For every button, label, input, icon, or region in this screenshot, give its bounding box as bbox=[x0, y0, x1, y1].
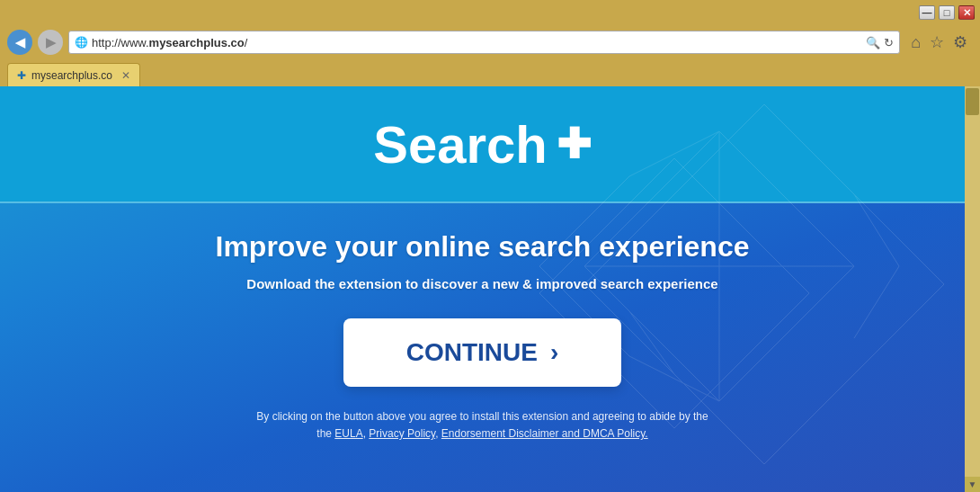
address-search-button[interactable]: 🔍 bbox=[866, 36, 880, 49]
back-button[interactable]: ◀ bbox=[7, 30, 32, 55]
brand-title: Search ✚ bbox=[373, 114, 591, 174]
scrollbar-thumb[interactable] bbox=[966, 88, 979, 115]
settings-icon[interactable]: ⚙ bbox=[953, 32, 967, 52]
tab-bar: ✚ mysearchplus.co ✕ bbox=[0, 59, 980, 86]
active-tab[interactable]: ✚ mysearchplus.co ✕ bbox=[7, 63, 140, 86]
maximize-button[interactable]: □ bbox=[939, 5, 955, 20]
legal-text-main: By clicking on the button above you agre… bbox=[256, 410, 708, 423]
tab-close-icon[interactable]: ✕ bbox=[121, 69, 130, 82]
url-plain: http://www. bbox=[92, 36, 149, 49]
scroll-down-button[interactable]: ▼ bbox=[965, 477, 980, 492]
favorites-icon[interactable]: ☆ bbox=[930, 32, 944, 52]
url-bold: mysearchplus.co bbox=[149, 36, 245, 49]
url-suffix: / bbox=[245, 36, 248, 49]
continue-label: CONTINUE bbox=[406, 338, 538, 367]
address-icon: 🌐 bbox=[75, 36, 88, 49]
subheadline: Download the extension to discover a new… bbox=[246, 276, 717, 291]
brand-plus-symbol: ✚ bbox=[557, 120, 592, 168]
address-text: http://www.mysearchplus.co/ bbox=[92, 36, 862, 49]
address-refresh-button[interactable]: ↻ bbox=[884, 36, 894, 49]
forward-button[interactable]: ▶ bbox=[38, 30, 63, 55]
close-button[interactable]: ✕ bbox=[958, 5, 975, 20]
nav-bar: ◀ ▶ 🌐 http://www.mysearchplus.co/ 🔍 ↻ ⌂ … bbox=[0, 25, 980, 59]
brand-name: Search bbox=[373, 114, 547, 174]
scrollbar[interactable]: ▼ bbox=[965, 86, 980, 492]
tab-label: mysearchplus.co bbox=[31, 69, 112, 82]
legal-text-the: the bbox=[316, 427, 334, 440]
title-bar: — □ ✕ bbox=[0, 0, 980, 25]
continue-button[interactable]: CONTINUE › bbox=[343, 318, 622, 387]
address-bar: 🌐 http://www.mysearchplus.co/ 🔍 ↻ bbox=[68, 31, 900, 54]
chevron-icon: › bbox=[550, 338, 558, 367]
eula-link[interactable]: EULA bbox=[334, 427, 362, 440]
minimize-button[interactable]: — bbox=[919, 5, 935, 20]
legal-text: By clicking on the button above you agre… bbox=[256, 408, 708, 443]
headline: Improve your online search experience bbox=[215, 230, 749, 264]
endorsement-link[interactable]: Endorsement Disclaimer and DMCA Policy. bbox=[441, 427, 648, 440]
promo-section: Improve your online search experience Do… bbox=[0, 203, 965, 470]
tab-favicon: ✚ bbox=[17, 69, 26, 82]
content-area: Search ✚ Improve your online search expe… bbox=[0, 86, 965, 492]
privacy-link[interactable]: Privacy Policy bbox=[369, 427, 435, 440]
address-actions: 🔍 ↻ bbox=[866, 36, 894, 49]
home-icon[interactable]: ⌂ bbox=[911, 33, 921, 52]
header-section: Search ✚ bbox=[0, 86, 965, 203]
